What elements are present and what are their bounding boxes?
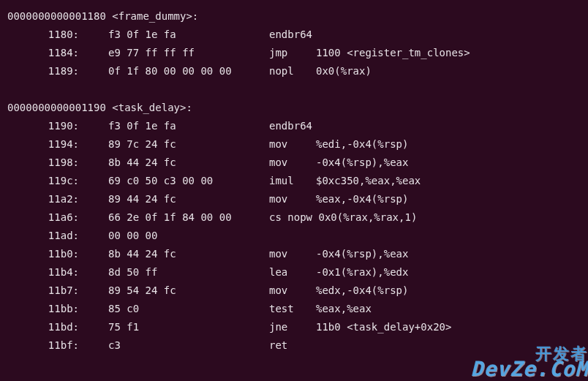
- mnemonic: jmp: [269, 44, 316, 62]
- offset-addr: 1180:: [7, 26, 79, 44]
- offset-addr: 11bb:: [7, 300, 79, 318]
- mnemonic: mov: [269, 190, 316, 208]
- offset-addr: 119c:: [7, 172, 79, 190]
- disasm-row: 119c:69 c0 50 c3 00 00imul$0xc350,%eax,%…: [7, 172, 581, 190]
- disasm-row: 1190:f3 0f 1e faendbr64: [7, 117, 581, 135]
- disasm-row: 11bb:85 c0test%eax,%eax: [7, 300, 581, 318]
- mnemonic: nopl: [269, 62, 316, 80]
- offset-addr: 11b7:: [7, 282, 79, 300]
- operands: 11b0 <task_delay+0x20>: [316, 318, 451, 336]
- mnemonic: endbr64: [269, 117, 316, 135]
- hex-bytes: 8d 50 ff: [108, 263, 269, 282]
- disasm-row: 11bd:75 f1jne11b0 <task_delay+0x20>: [7, 318, 581, 336]
- hex-bytes: 8b 44 24 fc: [108, 154, 269, 172]
- offset-addr: 11b4:: [7, 263, 79, 282]
- disasm-row: 1194:89 7c 24 fcmov%edi,-0x4(%rsp): [7, 135, 581, 154]
- disasm-row: 1180:f3 0f 1e faendbr64: [7, 26, 581, 44]
- hex-bytes: 66 2e 0f 1f 84 00 00: [108, 208, 269, 227]
- mnemonic: ret: [269, 336, 316, 355]
- operands: %edx,-0x4(%rsp): [316, 282, 408, 300]
- mnemonic: cs nopw: [269, 208, 312, 227]
- operands: 0x0(%rax): [316, 62, 372, 80]
- operands: -0x4(%rsp),%eax: [316, 154, 408, 172]
- disasm-row: 1184:e9 77 ff ff ffjmp1100 <register_tm_…: [7, 44, 581, 62]
- operands: 0x0(%rax,%rax,1): [318, 208, 417, 227]
- operands: %eax,%eax: [316, 300, 372, 318]
- hex-bytes: f3 0f 1e fa: [108, 117, 269, 135]
- mnemonic: mov: [269, 154, 316, 172]
- mnemonic: jne: [269, 318, 316, 336]
- hex-bytes: e9 77 ff ff ff: [108, 44, 269, 62]
- hex-bytes: 85 c0: [108, 300, 269, 318]
- hex-bytes: 89 54 24 fc: [108, 282, 269, 300]
- disasm-row: 11a6:66 2e 0f 1f 84 00 00cs nopw 0x0(%ra…: [7, 208, 581, 227]
- watermark-line2: DevZe.CoM: [470, 359, 588, 380]
- hex-bytes: 69 c0 50 c3 00 00: [108, 172, 269, 190]
- mnemonic: mov: [269, 245, 316, 263]
- disasm-row: 11b0:8b 44 24 fcmov-0x4(%rsp),%eax: [7, 245, 581, 263]
- offset-addr: 1194:: [7, 135, 79, 154]
- disasm-row: 11b7:89 54 24 fcmov%edx,-0x4(%rsp): [7, 282, 581, 300]
- offset-addr: 1190:: [7, 117, 79, 135]
- operands: -0x1(%rax),%edx: [316, 263, 408, 282]
- disasm-row: 1189:0f 1f 80 00 00 00 00nopl0x0(%rax): [7, 62, 581, 80]
- hex-bytes: c3: [108, 336, 269, 355]
- offset-addr: 11a6:: [7, 208, 79, 227]
- hex-bytes: 75 f1: [108, 318, 269, 336]
- hex-bytes: 89 44 24 fc: [108, 190, 269, 208]
- blank-line: [7, 80, 581, 99]
- hex-bytes: 00 00 00: [108, 227, 269, 245]
- operands: %eax,-0x4(%rsp): [316, 190, 408, 208]
- offset-addr: 11ad:: [7, 227, 79, 245]
- offset-addr: 1184:: [7, 44, 79, 62]
- disasm-row: 11ad:00 00 00: [7, 227, 581, 245]
- offset-addr: 11b0:: [7, 245, 79, 263]
- mnemonic: imul: [269, 172, 316, 190]
- section-header: 0000000000001190 <task_delay>:: [7, 99, 581, 117]
- mnemonic: endbr64: [269, 26, 316, 44]
- operands: 1100 <register_tm_clones>: [316, 44, 470, 62]
- disasm-row: 11a2:89 44 24 fcmov%eax,-0x4(%rsp): [7, 190, 581, 208]
- mnemonic: mov: [269, 135, 316, 154]
- offset-addr: 11bf:: [7, 336, 79, 355]
- offset-addr: 11a2:: [7, 190, 79, 208]
- operands: %edi,-0x4(%rsp): [316, 135, 408, 154]
- hex-bytes: f3 0f 1e fa: [108, 26, 269, 44]
- mnemonic: [269, 227, 316, 245]
- hex-bytes: 0f 1f 80 00 00 00 00: [108, 62, 269, 80]
- offset-addr: 1189:: [7, 62, 79, 80]
- offset-addr: 11bd:: [7, 318, 79, 336]
- mnemonic: test: [269, 300, 316, 318]
- disasm-row: 1198:8b 44 24 fcmov-0x4(%rsp),%eax: [7, 154, 581, 172]
- hex-bytes: 89 7c 24 fc: [108, 135, 269, 154]
- operands: $0xc350,%eax,%eax: [316, 172, 421, 190]
- mnemonic: lea: [269, 263, 316, 282]
- section-header: 0000000000001180 <frame_dummy>:: [7, 7, 581, 26]
- hex-bytes: 8b 44 24 fc: [108, 245, 269, 263]
- disasm-row: 11b4:8d 50 fflea-0x1(%rax),%edx: [7, 263, 581, 282]
- offset-addr: 1198:: [7, 154, 79, 172]
- disasm-row: 11bf:c3ret: [7, 336, 581, 355]
- terminal-output: 0000000000001180 <frame_dummy>:1180:f3 0…: [0, 0, 588, 362]
- mnemonic: mov: [269, 282, 316, 300]
- operands: -0x4(%rsp),%eax: [316, 245, 408, 263]
